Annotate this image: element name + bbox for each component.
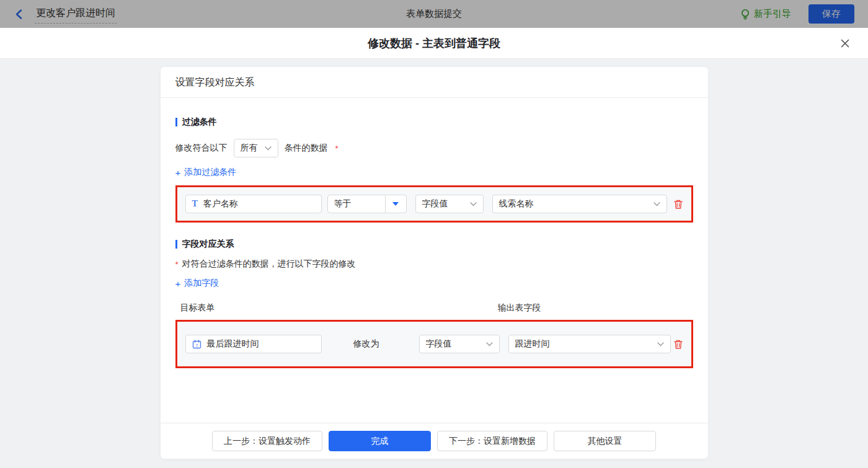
column-header-target-form: 目标表单 — [175, 302, 498, 314]
dialog-header: 修改数据 - 主表到普通字段 — [0, 28, 868, 59]
chevron-down-icon — [657, 342, 664, 347]
compare-field-value: 线索名称 — [499, 198, 534, 210]
output-field-select[interactable]: 跟进时间 — [508, 335, 671, 353]
value-type-value: 字段值 — [422, 198, 448, 210]
output-value-type-select[interactable]: 字段值 — [419, 335, 500, 353]
modify-to-label: 修改为 — [353, 338, 379, 350]
column-header-output-field: 输出表字段 — [498, 302, 541, 314]
field-mapping-row-highlighted: 7 最后跟进时间 修改为 字段值 跟进时间 — [175, 320, 693, 368]
plus-icon: + — [175, 278, 181, 289]
triangle-down-icon — [392, 202, 399, 206]
compare-field-select[interactable]: 线索名称 — [492, 195, 667, 213]
operator-dropdown-button[interactable] — [385, 195, 406, 213]
page-title: 表单数据提交 — [0, 8, 868, 20]
svg-text:7: 7 — [195, 343, 198, 347]
add-filter-condition-link[interactable]: + 添加过滤条件 — [175, 167, 237, 178]
other-settings-button[interactable]: 其他设置 — [554, 431, 656, 451]
trash-icon — [673, 339, 683, 350]
mapping-note: * 对符合过滤条件的数据，进行以下字段的修改 — [175, 258, 693, 270]
dialog-body: 设置字段对应关系 过滤条件 修改符合以下 所有 条件的数据 * + — [0, 67, 868, 468]
settings-card: 设置字段对应关系 过滤条件 修改符合以下 所有 条件的数据 * + — [161, 67, 708, 459]
filter-section-label: 过滤条件 — [182, 117, 217, 128]
target-field-input[interactable]: 7 最后跟进时间 — [185, 335, 322, 353]
calendar-icon: 7 — [192, 340, 202, 349]
chevron-down-icon — [486, 342, 493, 347]
chevron-down-icon — [653, 202, 660, 206]
top-bar: 更改客户跟进时间 表单数据提交 新手引导 保存 — [0, 0, 868, 28]
prev-step-button[interactable]: 上一步：设置触发动作 — [212, 431, 322, 451]
beginner-guide-link[interactable]: 新手引导 — [740, 8, 791, 20]
mapping-note-text: 对符合过滤条件的数据，进行以下字段的修改 — [182, 258, 356, 270]
condition-prefix: 修改符合以下 — [175, 143, 228, 154]
operator-value: 等于 — [328, 195, 385, 213]
output-field-value: 跟进时间 — [515, 338, 550, 350]
text-field-type-icon: T — [192, 200, 198, 208]
required-asterisk: * — [335, 144, 339, 153]
target-field-value: 最后跟进时间 — [207, 338, 259, 350]
card-footer: 上一步：设置触发动作 完成 下一步：设置新增数据 其他设置 — [161, 423, 708, 459]
filter-section-title: 过滤条件 — [175, 117, 693, 128]
section-accent-bar — [175, 118, 177, 126]
add-field-label: 添加字段 — [184, 278, 219, 289]
required-asterisk: * — [175, 260, 179, 269]
delete-condition-button[interactable] — [673, 199, 683, 210]
mapping-column-headers: 目标表单 输出表字段 — [175, 302, 693, 314]
card-title: 设置字段对应关系 — [161, 67, 708, 98]
mapping-section-label: 字段对应关系 — [182, 239, 234, 250]
dialog-title: 修改数据 - 主表到普通字段 — [368, 36, 500, 51]
condition-sentence: 修改符合以下 所有 条件的数据 * — [175, 139, 693, 157]
beginner-guide-label: 新手引导 — [754, 8, 791, 20]
filter-field-value: 客户名称 — [203, 198, 238, 210]
done-button[interactable]: 完成 — [329, 431, 431, 451]
save-button[interactable]: 保存 — [808, 4, 854, 24]
delete-mapping-button[interactable] — [673, 339, 683, 350]
close-button[interactable] — [838, 37, 852, 50]
card-content: 过滤条件 修改符合以下 所有 条件的数据 * + 添加过滤条件 T — [161, 98, 708, 423]
condition-suffix: 条件的数据 — [285, 143, 328, 154]
operator-select[interactable]: 等于 — [327, 195, 407, 213]
match-mode-value: 所有 — [241, 143, 258, 154]
next-step-button[interactable]: 下一步：设置新增数据 — [437, 431, 547, 451]
output-value-type-value: 字段值 — [426, 338, 452, 350]
add-filter-condition-label: 添加过滤条件 — [184, 167, 236, 178]
mapping-section-title: 字段对应关系 — [175, 239, 693, 250]
section-accent-bar — [175, 240, 177, 249]
value-type-select[interactable]: 字段值 — [415, 195, 484, 213]
match-mode-select[interactable]: 所有 — [234, 139, 278, 157]
add-field-link[interactable]: + 添加字段 — [175, 278, 219, 289]
chevron-down-icon — [265, 146, 272, 151]
trash-icon — [673, 199, 683, 210]
lightbulb-icon — [740, 9, 750, 20]
filter-field-input[interactable]: T 客户名称 — [185, 195, 322, 213]
chevron-down-icon — [470, 202, 477, 206]
filter-condition-row-highlighted: T 客户名称 等于 字段值 线索名称 — [175, 185, 693, 223]
plus-icon: + — [175, 167, 181, 178]
close-icon — [840, 38, 850, 48]
